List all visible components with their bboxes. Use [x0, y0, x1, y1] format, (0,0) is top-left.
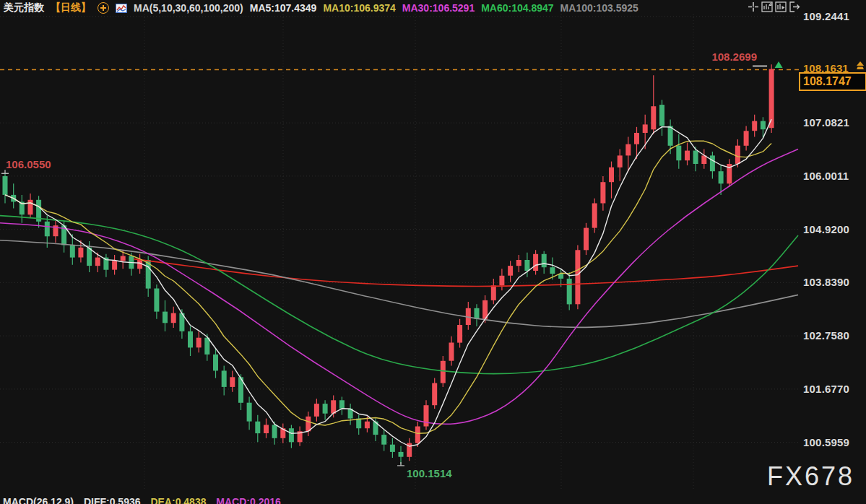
add-indicator-icon[interactable] — [98, 2, 109, 14]
period-label: 【日线】 — [51, 1, 91, 14]
macd-params-label: MACD(26,12,9) — [3, 496, 74, 504]
ma10-value: MA10:106.9374 — [323, 2, 395, 14]
ma100-value: MA100:103.5925 — [560, 2, 638, 14]
dea-value: DEA:0.4838 — [150, 496, 206, 504]
annotation-left-high: 106.0550 — [6, 158, 51, 170]
candlestick-chart-canvas[interactable] — [0, 0, 866, 504]
chart-type-icon[interactable] — [116, 4, 127, 13]
ma60-value: MA60:104.8947 — [481, 2, 553, 14]
ma-settings-label: MA(5,10,30,60,100,200) — [134, 2, 243, 14]
chart-header: 美元指数 【日线】 MA(5,10,30,60,100,200) MA5:107… — [4, 1, 638, 14]
symbol-title: 美元指数 — [4, 1, 44, 14]
macd-row: MACD(26,12,9) DIFF:0.5936 DEA:0.4838 MAC… — [3, 496, 288, 504]
chart-toolbar — [748, 1, 800, 12]
last-price-box: 108.1747 — [799, 72, 866, 91]
annotation-right-high: 108.2699 — [656, 51, 757, 63]
indicator-panel-icon[interactable] — [761, 1, 773, 12]
fx678-watermark: FX678 — [767, 461, 854, 492]
annotation-low: 100.1514 — [407, 467, 452, 479]
trading-chart-app: { "header": { "symbol": "美元指数", "period"… — [0, 0, 866, 504]
ma5-value: MA5:107.4349 — [250, 2, 317, 14]
crosshair-icon[interactable] — [748, 1, 759, 12]
ma30-value: MA30:106.5291 — [402, 2, 475, 14]
macd-value: MACD:0.2016 — [216, 496, 280, 504]
diff-value: DIFF:0.5936 — [84, 496, 141, 504]
playback-icon[interactable] — [775, 1, 787, 12]
exit-icon[interactable] — [789, 1, 800, 12]
